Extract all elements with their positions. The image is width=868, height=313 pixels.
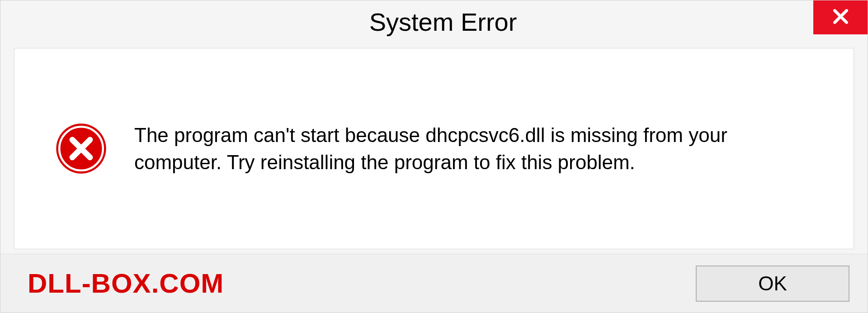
error-message: The program can't start because dhcpcsvc… bbox=[134, 122, 813, 175]
error-icon bbox=[55, 123, 107, 175]
close-icon bbox=[830, 6, 851, 28]
error-dialog: System Error The program can't start bec… bbox=[0, 0, 868, 313]
watermark-text: DLL-BOX.COM bbox=[28, 268, 224, 299]
close-button[interactable] bbox=[813, 0, 868, 34]
dialog-footer: DLL-BOX.COM OK bbox=[0, 254, 868, 313]
dialog-title: System Error bbox=[351, 7, 517, 37]
content-panel: The program can't start because dhcpcsvc… bbox=[14, 48, 854, 249]
titlebar: System Error bbox=[0, 0, 868, 43]
ok-button[interactable]: OK bbox=[696, 266, 849, 302]
